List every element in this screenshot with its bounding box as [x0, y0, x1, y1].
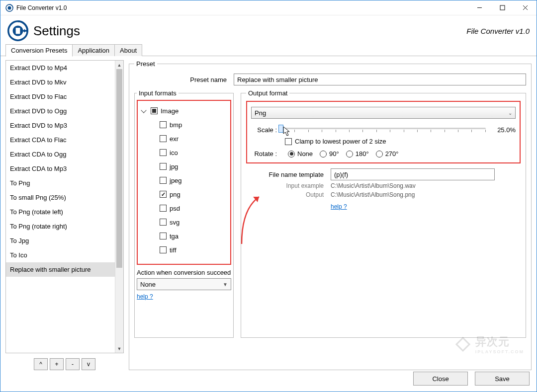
- preset-item[interactable]: Extract DVD to Flac: [6, 89, 115, 104]
- tree-root-label: Image: [161, 107, 179, 115]
- rotate-180-label: 180°: [356, 150, 369, 157]
- maximize-button[interactable]: [491, 0, 514, 15]
- output-format-col: Output format Png ⌄ Scale :: [241, 89, 526, 338]
- titlebar: File Converter v1.0: [0, 0, 537, 15]
- input-help-link[interactable]: help ?: [137, 293, 153, 300]
- input-formats-col: Input formats Image bmpexricojpgjpegpngp…: [134, 89, 234, 338]
- tab-about[interactable]: About: [114, 44, 142, 56]
- add-preset-button[interactable]: +: [50, 358, 64, 370]
- minimize-button[interactable]: [468, 0, 491, 15]
- preset-item[interactable]: Extract CDA to Mp3: [6, 161, 115, 176]
- svg-point-1: [8, 6, 11, 9]
- format-item-jpeg[interactable]: jpeg: [141, 173, 227, 187]
- preset-item[interactable]: To Png: [6, 176, 115, 190]
- format-label: psd: [170, 205, 180, 212]
- checkbox-png[interactable]: [160, 191, 167, 198]
- checkbox-jpeg[interactable]: [160, 177, 167, 184]
- format-item-jpg[interactable]: jpg: [141, 159, 227, 173]
- checkbox-jpg[interactable]: [160, 163, 167, 170]
- checkbox-bmp[interactable]: [160, 121, 167, 128]
- checkbox-tga[interactable]: [160, 233, 167, 239]
- rotate-label: Rotate :: [251, 150, 281, 157]
- checkbox-tiff[interactable]: [160, 246, 167, 253]
- output-format-combo[interactable]: Png ⌄: [251, 107, 516, 119]
- preset-item[interactable]: To Ico: [6, 248, 115, 262]
- clamp-row: Clamp to lowest power of 2 size: [285, 138, 516, 145]
- close-button[interactable]: Close: [413, 372, 468, 386]
- chevron-down-icon: ⌄: [508, 110, 512, 116]
- scale-slider[interactable]: [281, 124, 486, 136]
- input-formats-fieldset: Input formats Image bmpexricojpgjpegpngp…: [134, 89, 234, 338]
- scale-label: Scale :: [251, 126, 281, 134]
- format-item-psd[interactable]: psd: [141, 201, 227, 215]
- action-label: Action when conversion succeed: [137, 269, 231, 276]
- format-item-ico[interactable]: ico: [141, 146, 227, 159]
- preset-panel: Preset Preset name Input formats: [129, 60, 532, 370]
- remove-preset-button[interactable]: -: [66, 358, 80, 370]
- format-item-exr[interactable]: exr: [141, 132, 227, 146]
- scroll-up-icon[interactable]: ▲: [115, 61, 123, 69]
- preset-name-input[interactable]: [234, 74, 526, 85]
- rotate-270-label: 270°: [385, 150, 399, 157]
- format-item-svg[interactable]: svg: [141, 215, 227, 229]
- format-item-tiff[interactable]: tiff: [141, 243, 227, 257]
- rotate-90-radio[interactable]: [320, 151, 327, 157]
- checkbox-exr[interactable]: [160, 135, 167, 142]
- rotate-180-radio[interactable]: [346, 151, 353, 157]
- preset-item[interactable]: Extract DVD to Mp4: [6, 61, 115, 75]
- action-combo[interactable]: None ▼: [137, 278, 231, 290]
- rotate-row: Rotate : None 90° 180° 270°: [251, 150, 516, 157]
- tab-application[interactable]: Application: [72, 44, 115, 56]
- preset-item[interactable]: Extract CDA to Flac: [6, 133, 115, 147]
- checkbox-psd[interactable]: [160, 205, 167, 212]
- save-button[interactable]: Save: [475, 372, 530, 386]
- scale-row: Scale : 25.0%: [251, 124, 516, 136]
- output-format-fieldset: Output format Png ⌄ Scale :: [241, 89, 526, 338]
- preset-item[interactable]: To Png (rotate right): [6, 219, 115, 234]
- scroll-thumb[interactable]: [116, 69, 122, 268]
- checkbox-image-root[interactable]: [151, 107, 158, 114]
- slider-thumb[interactable]: [278, 125, 283, 133]
- rotate-270-radio[interactable]: [376, 151, 383, 157]
- tabs: Conversion Presets Application About: [0, 44, 537, 56]
- main: Extract DVD to Mp4Extract DVD to MkvExtr…: [0, 56, 537, 374]
- input-example-label: Input example: [246, 182, 331, 189]
- preset-item[interactable]: To Jpg: [6, 234, 115, 248]
- move-down-button[interactable]: v: [82, 358, 95, 370]
- filename-template-input[interactable]: [331, 168, 495, 180]
- preset-scrollbar[interactable]: ▲ ▼: [115, 61, 123, 353]
- format-label: png: [170, 191, 180, 198]
- preset-list[interactable]: Extract DVD to Mp4Extract DVD to MkvExtr…: [5, 60, 124, 353]
- input-formats-legend: Input formats: [137, 89, 179, 97]
- format-item-png[interactable]: png: [141, 187, 227, 201]
- header-version: File Converter v1.0: [466, 27, 530, 35]
- tree-root-image[interactable]: Image: [141, 104, 227, 118]
- format-item-bmp[interactable]: bmp: [141, 118, 227, 132]
- chevron-down-icon: ▼: [223, 282, 228, 287]
- format-label: svg: [170, 219, 179, 226]
- move-up-button[interactable]: ^: [34, 358, 48, 370]
- output-format-value: Png: [255, 109, 266, 117]
- rotate-none-radio[interactable]: [288, 151, 295, 157]
- tab-conversion-presets[interactable]: Conversion Presets: [5, 44, 73, 57]
- expander-icon[interactable]: [141, 107, 146, 113]
- format-label: tiff: [170, 246, 177, 254]
- clamp-checkbox[interactable]: [285, 138, 292, 145]
- checkbox-svg[interactable]: [160, 219, 167, 226]
- format-item-tga[interactable]: tga: [141, 229, 227, 243]
- preset-item[interactable]: Extract CDA to Ogg: [6, 147, 115, 161]
- clamp-label: Clamp to lowest power of 2 size: [295, 138, 386, 145]
- preset-item[interactable]: To Png (rotate left): [6, 205, 115, 219]
- close-window-button[interactable]: [514, 0, 537, 15]
- preset-item[interactable]: To small Png (25%): [6, 190, 115, 205]
- output-help-link[interactable]: help ?: [331, 203, 347, 210]
- preset-item[interactable]: Replace with smaller picture: [6, 262, 115, 277]
- scroll-down-icon[interactable]: ▼: [115, 344, 123, 353]
- preset-item[interactable]: Extract DVD to Mp3: [6, 118, 115, 133]
- format-label: ico: [170, 149, 178, 157]
- input-example-value: C:\Music\Artist\Album\Song.wav: [331, 182, 416, 189]
- preset-item[interactable]: Extract DVD to Ogg: [6, 104, 115, 118]
- preset-item[interactable]: Extract DVD to Mkv: [6, 75, 115, 89]
- checkbox-ico[interactable]: [160, 149, 167, 156]
- format-label: jpeg: [170, 177, 182, 184]
